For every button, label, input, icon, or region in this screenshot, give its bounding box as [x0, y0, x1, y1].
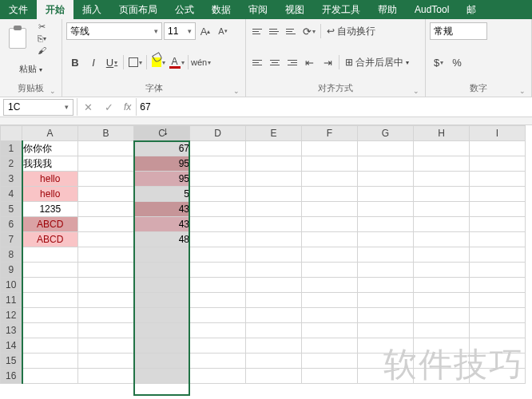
tab-pagelayout[interactable]: 页面布局 [110, 0, 166, 19]
cell[interactable]: 43 [134, 217, 190, 232]
cell[interactable] [358, 308, 414, 323]
cell[interactable]: hello [22, 172, 78, 187]
cell[interactable] [246, 308, 302, 323]
cell[interactable] [78, 156, 134, 172]
cell[interactable] [78, 278, 134, 293]
cell[interactable] [134, 323, 190, 338]
cell[interactable] [190, 323, 246, 338]
tab-home[interactable]: 开始 [37, 0, 73, 19]
cut-button[interactable]: ✂ [34, 22, 50, 32]
row-header[interactable]: 9 [1, 263, 22, 278]
cell[interactable] [470, 308, 526, 323]
tab-file[interactable]: 文件 [0, 0, 37, 19]
cell[interactable]: 我我我 [22, 156, 78, 172]
cell[interactable] [414, 156, 470, 172]
cell[interactable] [414, 338, 470, 354]
cell[interactable] [190, 156, 246, 172]
cell[interactable] [190, 293, 246, 308]
cell[interactable] [302, 369, 358, 384]
cell[interactable] [358, 232, 414, 247]
merge-center-button[interactable]: ⊞合并后居中▾ [342, 53, 412, 71]
cell[interactable] [246, 323, 302, 338]
select-all-corner[interactable] [1, 126, 22, 141]
cell[interactable] [78, 202, 134, 217]
col-header-D[interactable]: D [190, 126, 246, 141]
cell[interactable] [246, 369, 302, 384]
number-format-combo[interactable]: 常规 [430, 22, 487, 40]
col-header-H[interactable]: H [414, 126, 470, 141]
cell[interactable] [358, 156, 414, 172]
cell[interactable] [134, 338, 190, 354]
cell[interactable] [22, 247, 78, 263]
cell[interactable] [190, 232, 246, 247]
cell[interactable]: ABCD [22, 232, 78, 247]
format-painter-button[interactable]: 🖌 [34, 45, 50, 56]
cell[interactable] [470, 187, 526, 202]
cell[interactable] [414, 278, 470, 293]
cell[interactable]: 43 [134, 202, 190, 217]
cell[interactable]: 67 [134, 141, 190, 156]
cell[interactable] [134, 247, 190, 263]
paste-label[interactable]: 粘贴 ▾ [4, 63, 58, 75]
cell[interactable] [22, 278, 78, 293]
cell[interactable] [358, 338, 414, 354]
align-center-button[interactable] [267, 54, 283, 70]
percent-button[interactable]: % [448, 53, 466, 71]
tab-audtool[interactable]: AudTool [406, 0, 458, 19]
row-header[interactable]: 13 [1, 323, 22, 338]
font-size-combo[interactable]: 11▾ [164, 22, 196, 40]
cell[interactable] [414, 323, 470, 338]
cell[interactable] [470, 354, 526, 369]
cell[interactable] [470, 172, 526, 187]
cell[interactable] [358, 278, 414, 293]
cell[interactable] [414, 354, 470, 369]
row-header[interactable]: 7 [1, 232, 22, 247]
cell[interactable] [470, 247, 526, 263]
orientation-button[interactable]: ⟳▾ [300, 22, 318, 40]
cell[interactable] [470, 338, 526, 354]
cell[interactable] [358, 323, 414, 338]
cell[interactable]: 1235 [22, 202, 78, 217]
cell[interactable] [470, 263, 526, 278]
cell[interactable] [246, 172, 302, 187]
cell[interactable]: 48 [134, 232, 190, 247]
formula-input[interactable]: 67 [137, 101, 532, 113]
cell[interactable] [190, 338, 246, 354]
row-header[interactable]: 5 [1, 202, 22, 217]
tab-mail[interactable]: 邮 [458, 0, 485, 19]
cell[interactable] [246, 232, 302, 247]
align-left-button[interactable] [250, 54, 266, 70]
align-top-button[interactable] [250, 23, 266, 39]
cell[interactable] [246, 156, 302, 172]
row-header[interactable]: 12 [1, 308, 22, 323]
border-button[interactable]: ▾ [126, 53, 144, 71]
cell[interactable] [134, 308, 190, 323]
cell[interactable] [358, 217, 414, 232]
name-box[interactable]: 1C▾ [3, 99, 73, 116]
cell[interactable] [22, 293, 78, 308]
phonetic-button[interactable]: wén▾ [191, 53, 211, 71]
cell[interactable] [358, 293, 414, 308]
cell[interactable] [302, 217, 358, 232]
cell[interactable] [78, 308, 134, 323]
cell[interactable] [302, 202, 358, 217]
tab-formulas[interactable]: 公式 [166, 0, 203, 19]
row-header[interactable]: 15 [1, 354, 22, 369]
cell[interactable] [302, 141, 358, 156]
cell[interactable] [302, 354, 358, 369]
cell[interactable] [78, 263, 134, 278]
cell[interactable] [358, 354, 414, 369]
cell[interactable] [302, 293, 358, 308]
cell[interactable] [470, 156, 526, 172]
tab-review[interactable]: 审阅 [240, 0, 276, 19]
cell[interactable] [358, 247, 414, 263]
cell[interactable] [190, 354, 246, 369]
cell[interactable] [302, 172, 358, 187]
cell[interactable] [134, 354, 190, 369]
row-header[interactable]: 10 [1, 278, 22, 293]
cell[interactable] [414, 247, 470, 263]
row-header[interactable]: 11 [1, 293, 22, 308]
tab-developer[interactable]: 开发工具 [313, 0, 369, 19]
cell[interactable] [302, 323, 358, 338]
cell[interactable] [470, 278, 526, 293]
